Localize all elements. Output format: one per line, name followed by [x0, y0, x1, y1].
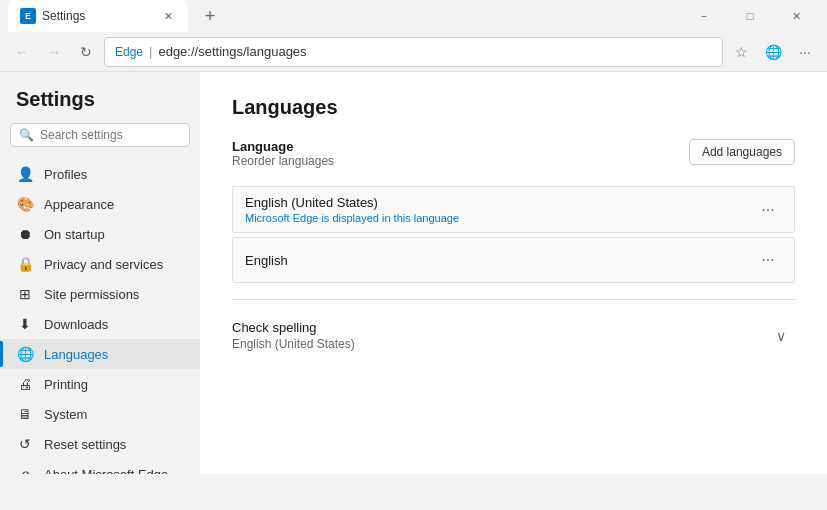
check-spelling-info: Check spelling English (United States) [232, 320, 355, 351]
appearance-icon: 🎨 [16, 196, 34, 212]
search-icon: 🔍 [19, 128, 34, 142]
address-url: edge://settings/languages [158, 44, 306, 59]
language-label: Language [232, 139, 334, 154]
languages-icon: 🌐 [16, 346, 34, 362]
profile-button[interactable]: 🌐 [759, 38, 787, 66]
sidebar-item-downloads[interactable]: ⬇ Downloads [0, 309, 200, 339]
page-title: Languages [232, 96, 795, 119]
on-startup-icon: ⏺ [16, 226, 34, 242]
active-tab[interactable]: E Settings ✕ [8, 0, 188, 32]
forward-button[interactable]: → [40, 38, 68, 66]
nav-right-buttons: ☆ 🌐 ··· [727, 38, 819, 66]
sidebar-item-label: Site permissions [44, 287, 139, 302]
more-button[interactable]: ··· [791, 38, 819, 66]
sidebar-items: 👤 Profiles 🎨 Appearance ⏺ On startup 🔒 P… [0, 159, 200, 474]
search-input[interactable] [40, 128, 181, 142]
language-desc-0: Microsoft Edge is displayed in this lang… [245, 212, 459, 224]
section-divider [232, 299, 795, 300]
reset-icon: ↺ [16, 436, 34, 452]
check-spelling-collapse-button[interactable]: ∨ [767, 322, 795, 350]
sidebar-item-label: Downloads [44, 317, 108, 332]
sidebar-item-label: Appearance [44, 197, 114, 212]
language-name-1: English [245, 253, 288, 268]
language-section-header: Language Reorder languages Add languages [232, 139, 795, 178]
reorder-label: Reorder languages [232, 154, 334, 168]
sidebar-item-profiles[interactable]: 👤 Profiles [0, 159, 200, 189]
new-tab-button[interactable]: + [196, 2, 224, 30]
sidebar-item-label: Profiles [44, 167, 87, 182]
navigation-bar: ← → ↻ Edge | edge://settings/languages ☆… [0, 32, 827, 72]
add-languages-button[interactable]: Add languages [689, 139, 795, 165]
window-controls: − □ ✕ [681, 0, 819, 32]
language-list: English (United States) Microsoft Edge i… [232, 186, 795, 283]
window-close-button[interactable]: ✕ [773, 0, 819, 32]
system-icon: 🖥 [16, 406, 34, 422]
privacy-icon: 🔒 [16, 256, 34, 272]
language-item: English ··· [232, 237, 795, 283]
address-bar[interactable]: Edge | edge://settings/languages [104, 37, 723, 67]
sidebar-item-privacy[interactable]: 🔒 Privacy and services [0, 249, 200, 279]
language-section-label-group: Language Reorder languages [232, 139, 334, 178]
sidebar-item-reset[interactable]: ↺ Reset settings [0, 429, 200, 459]
sidebar-item-label: System [44, 407, 87, 422]
sidebar-item-site-permissions[interactable]: ⊞ Site permissions [0, 279, 200, 309]
about-icon: ℯ [16, 466, 34, 474]
tab-title: Settings [42, 9, 85, 23]
main-layout: Settings 🔍 👤 Profiles 🎨 Appearance ⏺ On … [0, 72, 827, 474]
language-more-button-0[interactable]: ··· [754, 196, 782, 224]
sidebar-item-label: About Microsoft Edge [44, 467, 168, 475]
sidebar: Settings 🔍 👤 Profiles 🎨 Appearance ⏺ On … [0, 72, 200, 474]
tab-close-button[interactable]: ✕ [160, 8, 176, 24]
check-spelling-row: Check spelling English (United States) ∨ [232, 316, 795, 355]
refresh-button[interactable]: ↻ [72, 38, 100, 66]
check-spelling-label: Check spelling [232, 320, 355, 335]
search-box[interactable]: 🔍 [10, 123, 190, 147]
content-area: Languages Language Reorder languages Add… [200, 72, 827, 474]
favorites-button[interactable]: ☆ [727, 38, 755, 66]
language-info-0: English (United States) Microsoft Edge i… [245, 195, 459, 224]
sidebar-item-about[interactable]: ℯ About Microsoft Edge [0, 459, 200, 474]
language-info-1: English [245, 253, 288, 268]
edge-icon: Edge [115, 45, 143, 59]
sidebar-item-languages[interactable]: 🌐 Languages [0, 339, 200, 369]
site-permissions-icon: ⊞ [16, 286, 34, 302]
sidebar-item-label: Languages [44, 347, 108, 362]
address-divider: | [149, 44, 152, 59]
sidebar-item-label: On startup [44, 227, 105, 242]
tab-favicon: E [20, 8, 36, 24]
printing-icon: 🖨 [16, 376, 34, 392]
sidebar-item-label: Reset settings [44, 437, 126, 452]
minimize-button[interactable]: − [681, 0, 727, 32]
sidebar-item-system[interactable]: 🖥 System [0, 399, 200, 429]
sidebar-item-appearance[interactable]: 🎨 Appearance [0, 189, 200, 219]
downloads-icon: ⬇ [16, 316, 34, 332]
language-name-0: English (United States) [245, 195, 459, 210]
back-button[interactable]: ← [8, 38, 36, 66]
sidebar-item-label: Privacy and services [44, 257, 163, 272]
sidebar-title: Settings [0, 88, 200, 123]
maximize-button[interactable]: □ [727, 0, 773, 32]
sidebar-item-on-startup[interactable]: ⏺ On startup [0, 219, 200, 249]
check-spelling-sublabel: English (United States) [232, 337, 355, 351]
sidebar-item-printing[interactable]: 🖨 Printing [0, 369, 200, 399]
sidebar-item-label: Printing [44, 377, 88, 392]
language-item: English (United States) Microsoft Edge i… [232, 186, 795, 233]
language-more-button-1[interactable]: ··· [754, 246, 782, 274]
profiles-icon: 👤 [16, 166, 34, 182]
